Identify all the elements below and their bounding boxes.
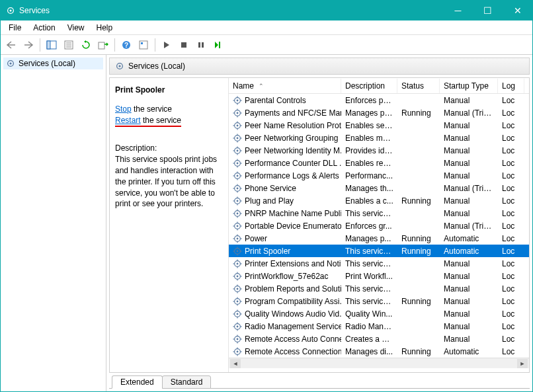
service-row[interactable]: Performance Logs & AlertsPerformanc...Ma… xyxy=(229,169,529,182)
service-logon: Loc xyxy=(498,258,524,269)
service-startup: Manual xyxy=(440,309,498,319)
col-header-description[interactable]: Description xyxy=(341,79,397,93)
service-status xyxy=(397,213,440,214)
service-row[interactable]: PrintWorkflow_57e62acPrint Workfl...Manu… xyxy=(229,270,529,282)
export-button[interactable] xyxy=(95,37,111,53)
service-row[interactable]: Quality Windows Audio Vid...Quality Win.… xyxy=(229,307,529,320)
service-row[interactable]: Peer Networking Identity M...Provides id… xyxy=(229,144,529,157)
service-startup: Manual xyxy=(440,208,498,219)
service-row[interactable]: Remote Access Auto Conne...Creates a co.… xyxy=(229,333,529,345)
service-startup: Manual xyxy=(440,284,498,294)
service-status xyxy=(397,263,440,264)
tab-extended[interactable]: Extended xyxy=(112,375,163,389)
service-row[interactable]: Remote Access Connection...Manages di...… xyxy=(229,345,529,358)
col-header-startup[interactable]: Startup Type xyxy=(440,79,498,93)
back-button[interactable] xyxy=(3,37,19,53)
service-description: Enables mul... xyxy=(341,133,397,143)
service-row[interactable]: Peer Networking GroupingEnables mul...Ma… xyxy=(229,132,529,144)
service-name: Power xyxy=(245,234,267,243)
svg-point-20 xyxy=(118,65,120,67)
svg-point-136 xyxy=(237,338,239,340)
stop-suffix: the service xyxy=(132,104,172,114)
show-hide-tree-button[interactable] xyxy=(44,37,60,53)
maximize-button[interactable]: ☐ xyxy=(473,1,503,20)
service-row[interactable]: Program Compatibility Assi...This servic… xyxy=(229,295,529,307)
service-row[interactable]: Radio Management ServiceRadio Mana...Man… xyxy=(229,320,529,333)
service-logon: Loc xyxy=(498,296,524,307)
service-name: Quality Windows Audio Vid... xyxy=(245,309,341,319)
service-row[interactable]: Peer Name Resolution Prot...Enables serv… xyxy=(229,119,529,132)
service-startup: Manual xyxy=(440,334,498,344)
services-icon xyxy=(115,61,124,71)
service-row[interactable]: Parental ControlsEnforces pa...ManualLoc xyxy=(229,94,529,106)
menu-help[interactable]: Help xyxy=(91,22,118,34)
service-startup: Manual xyxy=(440,120,498,131)
restart-service-button[interactable] xyxy=(210,37,226,53)
service-logon: Loc xyxy=(498,95,524,106)
service-row[interactable]: Portable Device Enumerator...Enforces gr… xyxy=(229,219,529,232)
pause-service-button[interactable] xyxy=(193,37,209,53)
service-row[interactable]: Phone ServiceManages th...Manual (Trig..… xyxy=(229,182,529,194)
col-header-name[interactable]: Name⌃ xyxy=(229,79,341,93)
list-header: Name⌃ Description Status Startup Type Lo… xyxy=(229,78,529,94)
svg-rect-8 xyxy=(99,42,104,49)
help-button[interactable]: ? xyxy=(118,37,134,53)
forward-button[interactable] xyxy=(20,37,36,53)
service-startup: Manual xyxy=(440,133,498,143)
service-description: Manages th... xyxy=(341,183,397,194)
service-status xyxy=(397,276,440,277)
sort-caret-icon: ⌃ xyxy=(259,83,264,89)
service-name: Performance Logs & Alerts xyxy=(245,171,339,180)
service-name: Printer Extensions and Notif... xyxy=(245,259,341,268)
service-name: Peer Networking Grouping xyxy=(245,134,338,143)
detail-title: Print Spooler xyxy=(115,85,223,96)
refresh-button[interactable] xyxy=(78,37,94,53)
menu-file[interactable]: File xyxy=(3,22,26,34)
service-row[interactable]: PNRP Machine Name Publi...This service .… xyxy=(229,207,529,219)
service-row[interactable]: Printer Extensions and Notif...This serv… xyxy=(229,257,529,270)
service-row[interactable]: Problem Reports and Soluti...This servic… xyxy=(229,282,529,295)
restart-link[interactable]: Restart xyxy=(115,116,141,125)
detail-pane: Print Spooler Stop the service Restart t… xyxy=(110,78,229,372)
service-startup: Automatic xyxy=(440,346,498,357)
col-header-status[interactable]: Status xyxy=(397,79,440,93)
service-status xyxy=(397,188,440,189)
service-row[interactable]: Performance Counter DLL ...Enables rem..… xyxy=(229,157,529,169)
service-logon: Loc xyxy=(498,145,524,156)
menubar: File Action View Help xyxy=(1,20,532,35)
service-name: Remote Access Connection... xyxy=(245,347,341,356)
svg-point-64 xyxy=(237,187,239,189)
service-row[interactable]: Plug and PlayEnables a c...RunningManual… xyxy=(229,194,529,207)
tab-standard[interactable]: Standard xyxy=(162,375,212,389)
scroll-left-icon[interactable]: ◄ xyxy=(230,359,241,368)
service-row[interactable]: Print SpoolerThis service ...RunningAuto… xyxy=(229,245,529,257)
svg-point-18 xyxy=(9,62,11,64)
horizontal-scrollbar[interactable]: ◄ ► xyxy=(229,358,529,368)
menu-view[interactable]: View xyxy=(62,22,90,34)
service-status xyxy=(397,175,440,176)
svg-rect-12 xyxy=(141,42,143,44)
service-status xyxy=(397,137,440,139)
properties-button[interactable] xyxy=(61,37,77,53)
service-description: Creates a co... xyxy=(341,334,397,344)
stop-link[interactable]: Stop xyxy=(115,104,132,114)
service-logon: Loc xyxy=(498,321,524,332)
close-button[interactable]: ✕ xyxy=(503,1,532,20)
service-startup: Manual xyxy=(440,271,498,282)
col-header-logon[interactable]: Log xyxy=(498,79,524,93)
service-row[interactable]: PowerManages p...RunningAutomaticLoc xyxy=(229,232,529,245)
start-service-button[interactable] xyxy=(159,37,175,53)
service-status: Running xyxy=(397,108,440,118)
service-status xyxy=(397,225,440,227)
stop-service-button[interactable] xyxy=(176,37,192,53)
service-row[interactable]: Payments and NFC/SE Man...Manages pa...R… xyxy=(229,106,529,119)
service-startup: Manual xyxy=(440,321,498,332)
tree-root-node[interactable]: Services (Local) xyxy=(3,58,103,69)
minimize-button[interactable]: ─ xyxy=(443,1,473,20)
scroll-right-icon[interactable]: ► xyxy=(517,359,528,368)
service-description: Enforces gr... xyxy=(341,221,397,231)
service-description: This service ... xyxy=(341,258,397,269)
service-name: Peer Networking Identity M... xyxy=(245,146,341,155)
menu-action[interactable]: Action xyxy=(28,22,60,34)
options-button[interactable] xyxy=(136,37,151,53)
